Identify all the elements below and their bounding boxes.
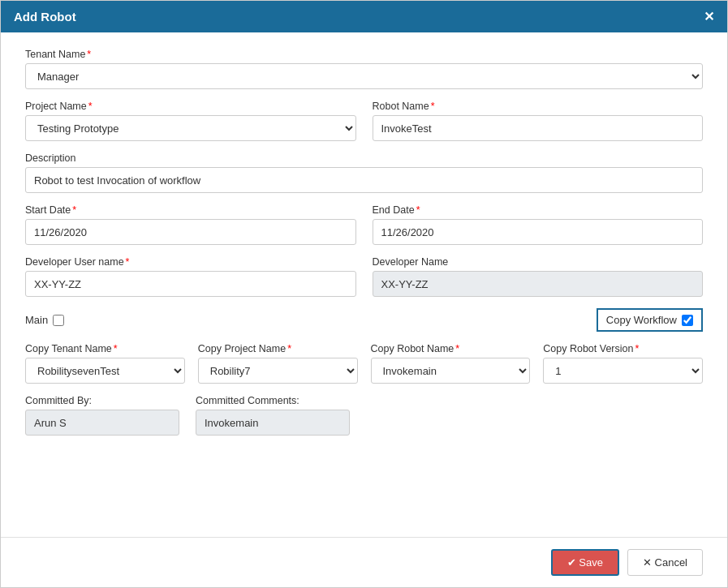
copy-version-group: Copy Robot Version* 1 [543,343,703,384]
modal-body: Tenant Name* Manager Project Name* Testi… [1,32,727,537]
end-date-group: End Date* [373,204,704,245]
main-checkbox-group: Main [25,314,64,326]
committed-by-label: Committed By: [25,395,179,406]
start-date-input[interactable] [25,219,356,245]
save-button[interactable]: ✔ Save [551,549,619,576]
copy-workflow-group: Copy Workflow [597,308,703,332]
end-date-input[interactable] [373,219,704,245]
close-button[interactable]: ✕ [704,9,714,24]
main-checkbox[interactable] [53,315,64,326]
description-label: Description [25,152,703,164]
dev-name-label: Developer Name [373,256,704,268]
committed-comments-input [196,410,350,436]
description-group: Description [25,152,703,193]
project-robot-row: Project Name* Testing Prototype Robot Na… [25,101,703,141]
start-date-group: Start Date* [25,204,356,245]
add-robot-modal: Add Robot ✕ Tenant Name* Manager Project… [0,0,728,588]
tenant-name-group: Tenant Name* Manager [25,49,703,89]
copy-tenant-select[interactable]: RobilitysevenTest [25,358,185,384]
copy-version-label: Copy Robot Version* [543,343,703,354]
robot-name-group: Robot Name* [373,101,704,141]
copy-details-row: Copy Tenant Name* RobilitysevenTest Copy… [25,343,703,384]
committed-comments-label: Committed Comments: [196,395,350,406]
committed-by-input [25,410,179,436]
dev-name-input [373,271,704,297]
project-name-group: Project Name* Testing Prototype [25,101,356,141]
dev-username-group: Developer User name* [25,256,356,297]
copy-workflow-box: Copy Workflow [597,308,703,332]
modal-footer: ✔ Save ✕ Cancel [1,537,727,587]
developer-row: Developer User name* Developer Name [25,256,703,297]
modal-header: Add Robot ✕ [1,1,727,32]
project-name-label: Project Name* [25,101,356,112]
copy-version-select[interactable]: 1 [543,358,703,384]
committed-comments-group: Committed Comments: [196,395,350,436]
tenant-name-select[interactable]: Manager [25,63,703,89]
copy-tenant-group: Copy Tenant Name* RobilitysevenTest [25,343,185,384]
copy-tenant-label: Copy Tenant Name* [25,343,185,354]
dev-name-group: Developer Name [373,256,704,297]
end-date-label: End Date* [373,204,704,216]
project-name-select[interactable]: Testing Prototype [25,115,356,141]
copy-project-group: Copy Project Name* Robility7 [198,343,358,384]
robot-name-label: Robot Name* [373,101,704,112]
committed-by-group: Committed By: [25,395,179,436]
copy-workflow-checkbox[interactable] [682,315,693,326]
dates-row: Start Date* End Date* [25,204,703,245]
cancel-button[interactable]: ✕ Cancel [627,549,703,576]
robot-name-input[interactable] [373,115,704,141]
description-input[interactable] [25,167,703,193]
main-copywf-row: Main Copy Workflow [25,308,703,332]
copy-project-label: Copy Project Name* [198,343,358,354]
committed-row: Committed By: Committed Comments: [25,395,703,436]
start-date-label: Start Date* [25,204,356,216]
copy-workflow-label: Copy Workflow [606,314,677,326]
main-label: Main [25,314,48,326]
copy-project-select[interactable]: Robility7 [198,358,358,384]
copy-robot-select[interactable]: Invokemain [371,358,531,384]
modal-title: Add Robot [14,10,76,24]
dev-username-label: Developer User name* [25,256,356,268]
tenant-name-label: Tenant Name* [25,49,703,60]
copy-robot-group: Copy Robot Name* Invokemain [371,343,531,384]
dev-username-input[interactable] [25,271,356,297]
copy-robot-label: Copy Robot Name* [371,343,531,354]
